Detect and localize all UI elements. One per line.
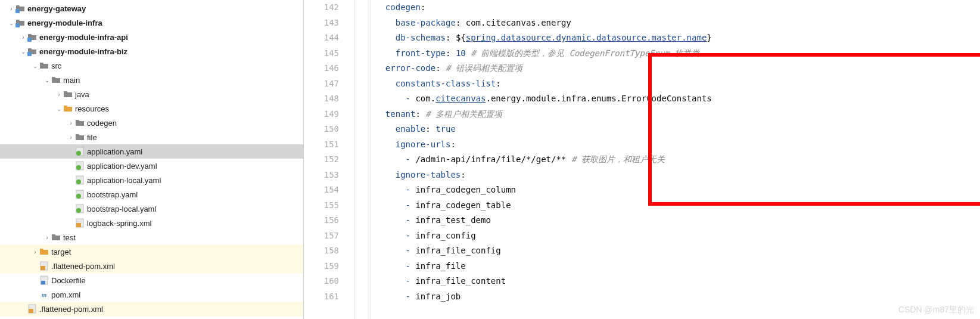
expand-arrow-icon[interactable]: ⌄ <box>43 77 51 83</box>
code-line[interactable]: ignore-tables: <box>375 168 980 183</box>
line-number: 153 <box>304 168 339 183</box>
tree-item[interactable]: application-dev.yaml <box>0 159 303 173</box>
tree-item[interactable]: ›codegen <box>0 116 303 130</box>
expand-arrow-icon[interactable]: › <box>31 249 39 255</box>
line-number: 144 <box>304 30 339 46</box>
code-line[interactable]: tenant: # 多租户相关配置项 <box>375 107 980 122</box>
tree-item[interactable]: application-local.yaml <box>0 173 303 187</box>
token-plain: /admin-api/infra/file/*/get/** <box>415 154 571 164</box>
tree-item[interactable]: ›file <box>0 130 303 144</box>
token-plain: infra_file_content <box>415 276 506 286</box>
expand-arrow-icon[interactable]: ⌄ <box>19 48 27 55</box>
tree-item[interactable]: ›test <box>0 230 303 244</box>
code-line[interactable]: - infra_config <box>375 228 980 244</box>
tree-label: src <box>51 61 61 70</box>
code-line[interactable]: db-schemas: ${spring.datasource.dynamic.… <box>375 30 980 46</box>
tree-label: application.yaml <box>87 147 142 156</box>
tree-item[interactable]: logback-spring.xml <box>0 216 303 230</box>
expand-arrow-icon[interactable]: ⌄ <box>55 106 63 112</box>
code-line[interactable]: - infra_codegen_table <box>375 198 980 213</box>
tree-label: application-local.yaml <box>87 176 161 185</box>
tree-item[interactable]: mpom.xml <box>0 287 303 302</box>
token-plain <box>375 292 406 301</box>
token-plain <box>375 2 385 12</box>
tree-item[interactable]: .flattened-pom.xml <box>0 302 303 316</box>
token-dash: - <box>406 261 416 271</box>
tree-item[interactable]: ⌄resources <box>0 101 303 116</box>
fold-gutter[interactable] <box>355 0 371 319</box>
tree-item[interactable]: bootstrap.yaml <box>0 187 303 202</box>
code-line[interactable]: - infra_test_demo <box>375 213 980 228</box>
expand-arrow-icon[interactable]: › <box>55 91 63 98</box>
code-line[interactable]: - infra_file_config <box>375 243 980 259</box>
line-number: 143 <box>304 16 339 31</box>
svg-rect-2 <box>27 38 32 42</box>
code-area[interactable]: codegen: base-package: com.citecanvas.en… <box>371 0 980 319</box>
line-number: 148 <box>304 91 339 107</box>
code-line[interactable]: base-package: com.citecanvas.energy <box>375 16 980 31</box>
tree-item[interactable]: .flattened-pom.xml <box>0 259 303 273</box>
tree-item[interactable]: ⌄src <box>0 58 303 73</box>
token-plain: : <box>415 109 425 119</box>
svg-rect-1 <box>15 23 20 27</box>
token-plain: infra_file <box>415 261 465 271</box>
token-comm: # 错误码相关配置项 <box>446 63 522 73</box>
code-editor[interactable]: 1421431441451461471481491501511521531541… <box>304 0 980 319</box>
token-plain: : <box>446 48 456 58</box>
code-line[interactable]: constants-class-list: <box>375 76 980 92</box>
pom-file-icon: m <box>39 290 49 299</box>
tree-item[interactable]: bootstrap-local.yaml <box>0 202 303 216</box>
token-plain: infra_config <box>415 231 475 240</box>
module-icon <box>15 4 25 13</box>
expand-arrow-icon[interactable]: ⌄ <box>31 63 39 69</box>
token-plain: infra_test_demo <box>415 215 490 225</box>
token-plain <box>375 261 406 271</box>
tree-item[interactable]: ›target <box>0 244 303 259</box>
code-line[interactable]: - infra_file_content <box>375 274 980 289</box>
token-plain: : <box>496 79 500 88</box>
expand-arrow-icon[interactable]: › <box>19 34 27 41</box>
code-line[interactable]: ignore-urls: <box>375 137 980 153</box>
tree-item[interactable]: ›energy-gateway <box>0 1 303 16</box>
tree-item[interactable]: ›java <box>0 87 303 101</box>
tree-item[interactable]: ⌄energy-module-infra <box>0 16 303 30</box>
token-plain: : <box>446 33 456 42</box>
code-line[interactable]: codegen: <box>375 0 980 16</box>
tree-item[interactable]: ›energy-module-infra-api <box>0 30 303 44</box>
expand-arrow-icon[interactable]: › <box>43 234 51 241</box>
code-line[interactable]: error-code: # 错误码相关配置项 <box>375 61 980 76</box>
expand-arrow-icon[interactable]: ⌄ <box>7 20 15 26</box>
tree-item[interactable]: ⌄main <box>0 73 303 87</box>
code-line[interactable]: - infra_file <box>375 259 980 274</box>
expand-arrow-icon[interactable]: › <box>67 120 75 126</box>
yaml-file-icon <box>75 161 85 171</box>
token-plain <box>375 33 396 42</box>
code-line[interactable]: - infra_job <box>375 289 980 305</box>
tree-item[interactable]: Dockerfile <box>0 273 303 287</box>
code-line[interactable]: - infra_codegen_column <box>375 182 980 198</box>
tree-label: bootstrap-local.yaml <box>87 205 156 213</box>
token-dash: - <box>406 246 416 255</box>
folder-icon <box>75 132 85 142</box>
svg-rect-3 <box>27 52 32 56</box>
line-number: 159 <box>304 259 339 274</box>
svg-rect-21 <box>29 309 33 313</box>
tree-item[interactable]: ⌄energy-module-infra-biz <box>0 44 303 58</box>
tree-item[interactable]: application.yaml <box>0 144 303 159</box>
expand-arrow-icon[interactable]: › <box>7 5 15 12</box>
code-line[interactable]: enable: true <box>375 122 980 137</box>
code-line[interactable]: front-type: 10 # 前端模版的类型，参见 CodegenFront… <box>375 46 980 61</box>
code-line[interactable]: - com.citecanvas.energy.module.infra.enu… <box>375 91 980 107</box>
folder-icon <box>51 75 61 85</box>
expand-arrow-icon[interactable]: › <box>67 134 75 141</box>
token-plain: ${ <box>456 33 466 42</box>
token-plain: infra_codegen_table <box>415 200 511 210</box>
code-line[interactable]: - /admin-api/infra/file/*/get/** # 获取图片，… <box>375 152 980 168</box>
token-dash: - <box>406 200 416 210</box>
project-tree[interactable]: ›energy-gateway⌄energy-module-infra›ener… <box>0 0 304 319</box>
token-plain <box>375 215 406 225</box>
tree-label: resources <box>75 104 109 113</box>
svg-point-9 <box>76 179 81 184</box>
xml-file-icon <box>75 218 85 228</box>
svg-point-13 <box>76 208 81 213</box>
